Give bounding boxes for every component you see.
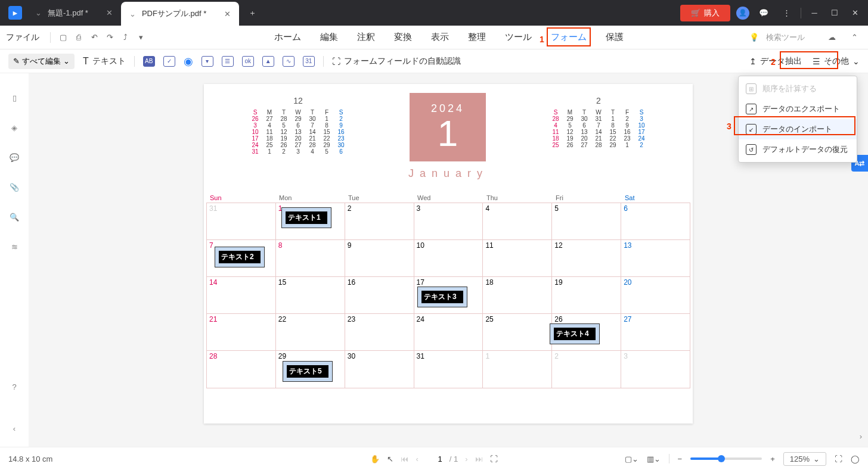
zoom-in-icon[interactable]: + <box>770 455 775 463</box>
tab-edit[interactable]: 編集 <box>320 28 338 46</box>
tab-convert[interactable]: 変換 <box>394 28 412 46</box>
view-mode-icon[interactable]: ▢⌄ <box>625 455 638 463</box>
file-menu[interactable]: ファイル <box>6 32 39 43</box>
listbox-tool-icon[interactable]: ☰ <box>222 56 234 67</box>
dd-export-data[interactable]: ↗データのエクスポート <box>739 99 857 119</box>
tab-view[interactable]: 表示 <box>431 28 449 46</box>
extract-data-button[interactable]: ↥ データ抽出 <box>749 56 802 67</box>
feedback-icon[interactable]: 💬 <box>755 5 772 21</box>
search-tool-label[interactable]: 検索ツール <box>766 32 805 43</box>
buy-button[interactable]: 🛒 購入 <box>680 5 730 21</box>
annotation-number-2: 2 <box>771 57 776 67</box>
form-field-1[interactable]: テキスト1 <box>281 207 331 228</box>
first-page-icon[interactable]: ⏮ <box>401 455 408 463</box>
collapse-ribbon-icon[interactable]: ⌃ <box>847 30 862 45</box>
cloud-sync-icon[interactable]: ☁ <box>824 30 839 45</box>
date-tool-icon[interactable]: 31 <box>303 56 315 67</box>
search-icon[interactable]: 🔍 <box>8 210 21 223</box>
chevron-down-icon: ⌄ <box>63 57 70 66</box>
text-field-button[interactable]: Tテキスト <box>83 56 126 67</box>
button-tool-icon[interactable]: ok <box>242 56 254 67</box>
undo-icon[interactable]: ↶ <box>86 30 102 45</box>
last-page-icon[interactable]: ⏭ <box>475 455 483 463</box>
tab-tool[interactable]: ツール <box>505 28 532 46</box>
reading-mode-icon[interactable]: ◯ <box>851 455 860 463</box>
form-field-4[interactable]: テキスト4 <box>550 323 600 344</box>
signature-tool-icon[interactable]: ∿ <box>283 56 294 67</box>
edit-all-button[interactable]: ✎ すべて編集 ⌄ <box>8 54 75 69</box>
dd-restore-default[interactable]: ↺デフォルトデータの復元 <box>739 139 857 160</box>
more-dropdown: ⊞順序を計算する ↗データのエクスポート ↙データのインポート ↺デフォルトデー… <box>738 76 857 163</box>
tab-annotate[interactable]: 注釈 <box>357 28 375 46</box>
app-logo[interactable]: ▸ <box>8 6 22 20</box>
tab-active[interactable]: ⌄ PDFサンプル.pdf * ✕ <box>121 2 239 26</box>
tab-inactive[interactable]: ⌄ 無題-1.pdf * ✕ <box>27 0 121 26</box>
annotation-number-1: 1 <box>540 35 544 44</box>
image-tool-icon[interactable]: ▲ <box>262 56 274 67</box>
new-tab-button[interactable]: ＋ <box>245 6 259 20</box>
tab-label: 無題-1.pdf * <box>48 8 88 18</box>
zoom-slider[interactable] <box>690 457 762 460</box>
mini-calendar-next: 2 SMTWTFS 282930311234567891011121314151… <box>551 96 646 148</box>
close-window-button[interactable]: ✕ <box>848 6 862 20</box>
attachment-icon[interactable]: 📎 <box>8 180 21 194</box>
redo-icon[interactable]: ↷ <box>102 30 117 45</box>
layout-icon[interactable]: ▥⌄ <box>647 455 661 463</box>
next-page-icon[interactable]: › <box>465 455 467 463</box>
chevron-down-icon: ⌄ <box>852 57 860 66</box>
radio-tool-icon[interactable]: ◉ <box>184 55 193 68</box>
left-sidebar: ▯ ◈ 💬 📎 🔍 ≋ ? ‹ <box>0 73 29 447</box>
month-name: January <box>408 167 488 180</box>
tab-home[interactable]: ホーム <box>274 28 301 46</box>
select-tool-icon[interactable]: ↖ <box>387 455 393 463</box>
thumbnails-icon[interactable]: ▯ <box>8 91 21 104</box>
page-input[interactable] <box>426 455 442 463</box>
hand-tool-icon[interactable]: ✋ <box>370 455 380 463</box>
share-icon[interactable]: ⤴ <box>117 30 133 45</box>
tab-protect[interactable]: 保護 <box>606 28 624 46</box>
form-field-3[interactable]: テキスト3 <box>417 287 467 307</box>
quick-access-dropdown[interactable]: ▾ <box>133 30 148 45</box>
fullscreen-icon[interactable]: ⛶ <box>835 455 842 463</box>
annotation-number-3: 3 <box>727 122 731 131</box>
collapse-sidebar-icon[interactable]: ‹ <box>8 422 21 435</box>
save-icon[interactable]: ▢ <box>55 30 71 45</box>
cart-icon: 🛒 <box>691 8 700 17</box>
close-tab-icon[interactable]: ✕ <box>224 10 231 18</box>
account-avatar[interactable]: 👤 <box>736 7 749 20</box>
tab-organize[interactable]: 整理 <box>468 28 486 46</box>
more-button[interactable]: ☰ その他 ⌄ <box>813 56 860 67</box>
form-field-2[interactable]: テキスト2 <box>215 247 265 267</box>
print-icon[interactable]: ⎙ <box>71 30 86 45</box>
checkbox-tool-icon[interactable]: ✓ <box>163 56 175 67</box>
auto-recognize-button[interactable]: ⛶ フォームフィールドの自動認識 <box>332 56 461 67</box>
mini-calendar-prev: 12 SMTWTFS 26272829301234567891011121314… <box>250 96 346 155</box>
maximize-button[interactable]: ☐ <box>827 6 842 20</box>
zoom-out-icon[interactable]: − <box>678 455 683 463</box>
chevron-down-icon: ⌄ <box>129 10 136 18</box>
comment-icon[interactable]: 💬 <box>8 151 21 164</box>
menubar: ファイル ▢ ⎙ ↶ ↷ ⤴ ▾ ホーム 編集 注釈 変換 表示 整理 ツール … <box>0 26 868 49</box>
layers-icon[interactable]: ≋ <box>8 240 21 253</box>
tab-label: PDFサンプル.pdf * <box>142 8 206 19</box>
titlebar: ▸ ⌄ 無題-1.pdf * ✕ ⌄ PDFサンプル.pdf * ✕ ＋ 🛒 購… <box>0 0 868 26</box>
close-tab-icon[interactable]: ✕ <box>106 8 113 17</box>
more-menu-icon[interactable]: ⋮ <box>778 5 795 21</box>
list-icon: ☰ <box>813 57 820 66</box>
form-toolbar: ✎ すべて編集 ⌄ Tテキスト AB ✓ ◉ ▾ ☰ ok ▲ ∿ 31 ⛶ フ… <box>0 49 868 73</box>
tab-form[interactable]: フォーム <box>551 28 587 46</box>
prev-page-icon[interactable]: ‹ <box>416 455 418 463</box>
minimize-button[interactable]: ─ <box>807 6 822 20</box>
pdf-page: 12 SMTWTFS 26272829301234567891011121314… <box>204 84 693 424</box>
form-field-5[interactable]: テキスト5 <box>283 361 333 382</box>
zoom-select[interactable]: 125%⌄ <box>783 452 826 466</box>
help-icon[interactable]: ? <box>8 380 21 393</box>
bookmark-icon[interactable]: ◈ <box>8 121 21 134</box>
dd-import-data[interactable]: ↙データのインポート <box>739 119 857 139</box>
fit-page-icon[interactable]: ⛶ <box>490 455 498 463</box>
dropdown-tool-icon[interactable]: ▾ <box>202 56 213 67</box>
textfield-tool-icon[interactable]: AB <box>143 56 155 67</box>
upload-icon: ↥ <box>749 57 757 66</box>
dd-calculate-order: ⊞順序を計算する <box>739 79 857 99</box>
scroll-right-icon[interactable]: › <box>860 432 862 441</box>
